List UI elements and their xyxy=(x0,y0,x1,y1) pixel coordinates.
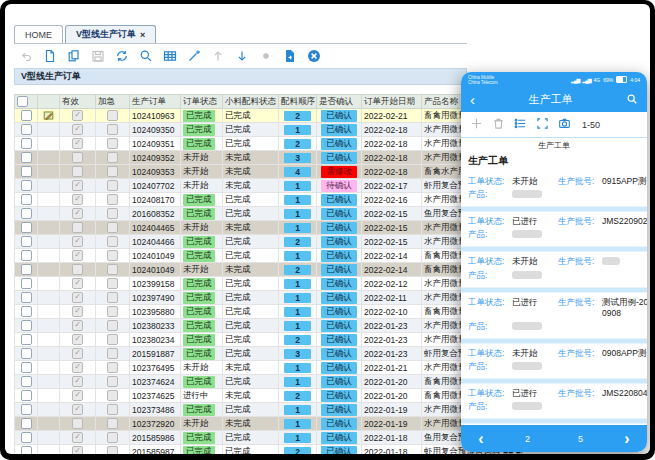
search-icon[interactable] xyxy=(138,49,153,64)
work-order-item[interactable]: 工单状态:已进行生产批号:测试用例-20220908产品: xyxy=(461,293,647,338)
column-header-1[interactable]: 有效 xyxy=(60,95,96,109)
table-row[interactable]: 102409352未开始未完成3已确认2022-02-18水产用微量元素预混合饲… xyxy=(15,151,523,165)
table-row[interactable]: 102380234已完成已完成2已确认2022-01-23水产用微量元素预混合饲… xyxy=(15,333,523,347)
table-row[interactable]: 102373486已完成已完成1已确认2022-01-19水产用微量元素预混合饲… xyxy=(15,403,523,417)
start-date: 2022-01-23 xyxy=(362,319,422,333)
table-row[interactable]: 201608352已完成已完成1已确认2022-02-15鱼用复合预混合饲料 ■… xyxy=(15,207,523,221)
column-header-5[interactable]: 小料配料状态 xyxy=(223,95,279,109)
row-checkbox[interactable] xyxy=(21,292,32,303)
page-prev-icon[interactable]: ‹ xyxy=(461,430,501,448)
plus-icon[interactable] xyxy=(470,116,483,134)
row-checkbox[interactable] xyxy=(21,124,32,135)
table-row[interactable]: 102404465未开始未完成1已确认2022-02-15水产用微量元素预混合饲… xyxy=(15,221,523,235)
grid-icon[interactable] xyxy=(162,49,177,64)
select-all-checkbox[interactable] xyxy=(17,96,28,107)
row-checkbox[interactable] xyxy=(21,446,32,454)
work-order-item[interactable]: 工单状态:已进行生产批号:JMS220804产品: xyxy=(461,384,647,418)
batch-seq: 1 xyxy=(279,207,317,221)
refresh-icon[interactable] xyxy=(114,49,129,64)
column-header-2[interactable]: 加急 xyxy=(96,95,130,109)
copy-icon[interactable] xyxy=(66,49,81,64)
row-checkbox[interactable] xyxy=(21,432,32,443)
table-row[interactable]: 102395880已完成已完成1已确认2022-02-10畜禽用微量元素预混合饲… xyxy=(15,305,523,319)
urgent-checkbox xyxy=(107,250,118,261)
export-doc-icon[interactable] xyxy=(282,49,297,64)
row-checkbox[interactable] xyxy=(21,264,32,275)
table-row[interactable]: 102374624已完成已完成1已确认2022-01-20畜禽用微量元素预混合饲… xyxy=(15,375,523,389)
edit-row-icon[interactable] xyxy=(43,110,54,120)
table-row[interactable]: 102409351已完成已完成2已确认2022-02-18水产用微量元素预混合饲… xyxy=(15,137,523,151)
table-row[interactable]: 102399158已完成已完成1已确认2022-02-12水产用微量元素预混合饲… xyxy=(15,277,523,291)
table-row[interactable]: 102407702未开始未完成1待确认2022-02-17虾用复合预混合饲料6号… xyxy=(15,179,523,193)
filter-wand-icon[interactable] xyxy=(186,49,201,64)
table-row[interactable]: 102372920未开始未完成1已确认2022-01-19水产用微量元素预混合饲… xyxy=(15,417,523,431)
row-checkbox[interactable] xyxy=(21,376,32,387)
valid-checkbox xyxy=(72,404,83,415)
row-checkbox[interactable] xyxy=(21,208,32,219)
row-checkbox[interactable] xyxy=(21,180,32,191)
column-header-8[interactable]: 订单开始日期 xyxy=(362,95,422,109)
table-row[interactable]: 102397490已完成已完成1已确认2022-02-11水产用微量元素预混合饲… xyxy=(15,291,523,305)
valid-checkbox xyxy=(72,376,83,387)
table-row[interactable]: 102374625进行中未完成2已确认2022-01-20畜禽用微量元素预混合饲… xyxy=(15,389,523,403)
row-checkbox[interactable] xyxy=(21,278,32,289)
row-checkbox[interactable] xyxy=(21,166,32,177)
work-order-item[interactable]: 工单状态:已进行生产批号:JMS220902产品: xyxy=(461,212,647,246)
table-row[interactable]: 102376495未开始未完成1已确认2022-01-21水产用微量元素预混合饲… xyxy=(15,361,523,375)
batch-seq: 4 xyxy=(279,165,317,179)
row-checkbox[interactable] xyxy=(21,236,32,247)
row-checkbox[interactable] xyxy=(21,320,32,331)
table-row[interactable]: 102409353未开始未完成4需修改2022-02-18畜禽水产用微量元素预混… xyxy=(15,165,523,179)
table-row[interactable]: 102380233已完成已完成1已确认2022-01-23水产用微量元素预混合饲… xyxy=(15,319,523,333)
row-checkbox[interactable] xyxy=(21,362,32,373)
start-date: 2022-02-15 xyxy=(362,235,422,249)
row-checkbox[interactable] xyxy=(21,334,32,345)
table-row[interactable]: 201585987已完成已完成2已确认2022-01-18虾用复合预混合饲料 ■… xyxy=(15,445,523,455)
page-current[interactable]: 2 xyxy=(501,434,554,444)
order-number: 102373486 xyxy=(130,403,181,417)
close-circle-icon[interactable] xyxy=(306,49,321,64)
start-date: 2022-02-16 xyxy=(362,193,422,207)
page-next-icon[interactable]: › xyxy=(607,430,647,448)
row-checkbox[interactable] xyxy=(21,110,32,121)
row-checkbox[interactable] xyxy=(21,390,32,401)
page-total[interactable]: 5 xyxy=(554,434,607,444)
tab-home[interactable]: HOME xyxy=(14,25,63,43)
tab-production-orders[interactable]: V型线生产订单 × xyxy=(65,25,156,43)
table-row[interactable]: 102410963已完成已完成2已确认2022-02-21畜禽用微量元素预混合饲… xyxy=(15,109,523,123)
table-row[interactable]: 102404466已完成已完成2已确认2022-02-15水产用微量元素预混合饲… xyxy=(15,235,523,249)
work-order-item[interactable]: 工单状态:未开始生产批号:0908APP测试产品: xyxy=(461,344,647,378)
row-checkbox[interactable] xyxy=(21,250,32,261)
column-header-4[interactable]: 订单状态 xyxy=(181,95,223,109)
trash-icon[interactable] xyxy=(492,116,505,134)
column-header-6[interactable]: 配料顺序 xyxy=(279,95,317,109)
row-checkbox[interactable] xyxy=(21,222,32,233)
work-order-item[interactable]: 工单状态:未开始生产批号:0915APP测试产品: xyxy=(461,172,647,206)
row-checkbox[interactable] xyxy=(21,138,32,149)
table-row[interactable]: 201591887已完成已完成3已确认2022-01-23虾用复合预混合饲料(9… xyxy=(15,347,523,361)
work-order-item[interactable]: 工单状态:未开始生产批号:产品: xyxy=(461,252,647,287)
camera-icon[interactable] xyxy=(558,116,571,134)
list-icon[interactable] xyxy=(514,116,527,134)
table-row[interactable]: 102401049未开始未完成2已确认2022-02-14畜禽用微量元素预混合饲… xyxy=(15,263,523,277)
column-header-3[interactable]: 生产订单 xyxy=(130,95,181,109)
row-checkbox[interactable] xyxy=(21,404,32,415)
scan-icon[interactable] xyxy=(536,116,549,134)
urgent-checkbox xyxy=(107,208,118,219)
column-header-7[interactable]: 是否确认 xyxy=(317,95,362,109)
new-doc-icon[interactable] xyxy=(42,49,57,64)
order-status: 已完成 xyxy=(181,123,223,137)
row-checkbox[interactable] xyxy=(21,152,32,163)
mobile-search-icon[interactable] xyxy=(626,91,638,109)
table-row[interactable]: 102401049已完成已完成1已确认2022-02-14畜禽用微量元素预混合饲… xyxy=(15,249,523,263)
row-checkbox[interactable] xyxy=(21,306,32,317)
table-row[interactable]: 102408170已完成已完成1已确认2022-02-16水产用微量元素预混合饲… xyxy=(15,193,523,207)
row-checkbox[interactable] xyxy=(21,348,32,359)
row-checkbox[interactable] xyxy=(21,418,32,429)
tab-close-icon[interactable]: × xyxy=(140,30,145,40)
row-checkbox[interactable] xyxy=(21,194,32,205)
order-status: 已完成 xyxy=(181,319,223,333)
table-row[interactable]: 102409350已完成已完成1已确认2022-02-18水产用微量元素预混合饲… xyxy=(15,123,523,137)
table-row[interactable]: 201585986已完成已完成1已确认2022-01-18鱼用复合预混合饲料 ■… xyxy=(15,431,523,445)
arrow-down-icon[interactable] xyxy=(234,49,249,64)
